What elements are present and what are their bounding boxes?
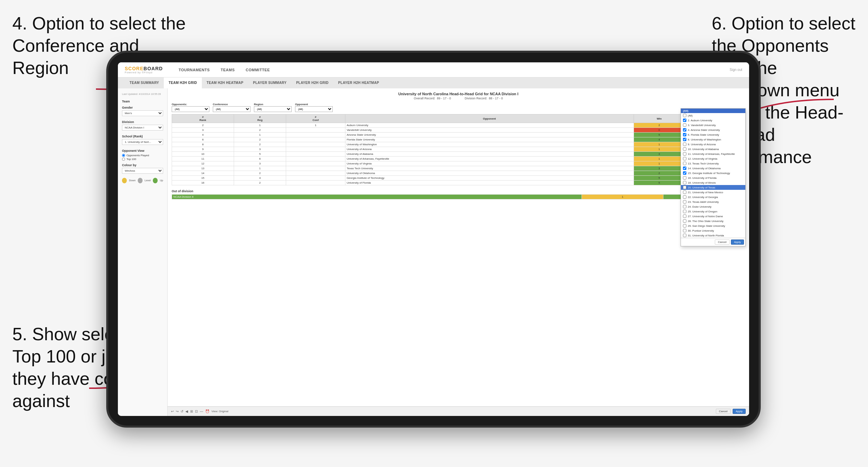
dropdown-item[interactable]: 2. Auburn University: [681, 118, 745, 123]
table-row: 8 2 University of Washington 1 0: [172, 142, 745, 147]
division-select[interactable]: NCAA Division I: [122, 125, 163, 131]
gender-select[interactable]: Men's: [122, 110, 163, 116]
dropdown-item[interactable]: 27. University of Notre Dame: [681, 214, 745, 219]
dash-icon[interactable]: —: [200, 409, 203, 413]
subtab-player-summary[interactable]: PLAYER SUMMARY: [248, 77, 291, 88]
dropdown-item[interactable]: 14. University of Oklahoma: [681, 166, 745, 171]
cell-team: University of Oklahoma: [345, 171, 634, 176]
radio-top100[interactable]: Top 100: [122, 158, 163, 161]
dropdown-item[interactable]: 16. University of Florida: [681, 175, 745, 180]
dropdown-item[interactable]: 28. The Ohio State University: [681, 219, 745, 223]
cell-win: 1: [634, 147, 685, 152]
toolbar-bottom: ↩ ↪ ↺ ◀ ⊞ ⊡ — ⏰ View: Original Cancel Ap…: [168, 406, 749, 416]
toolbar-apply-btn[interactable]: Apply: [733, 409, 746, 414]
cell-conf: [286, 152, 345, 157]
dropdown-item[interactable]: 30. Purdue University: [681, 228, 745, 233]
cell-reg: 2: [234, 181, 286, 185]
cell-reg: 1: [234, 123, 286, 128]
nav-committee[interactable]: COMMITTEE: [240, 62, 276, 77]
dropdown-item[interactable]: 3. Vanderbilt University: [681, 123, 745, 127]
table-row: 6 2 Florida State University 4 2: [172, 137, 745, 142]
grid-area: University of North Carolina Head-to-Hea…: [168, 88, 749, 416]
cell-division: NCAA Division II: [172, 195, 582, 199]
dropdown-cancel-btn[interactable]: Cancel: [715, 239, 730, 245]
out-table-row: NCAA Division II 1 0: [172, 195, 745, 199]
sidebar: Last Updated: 4/10/2014 16:55:39 Team Ge…: [118, 88, 168, 416]
opponent-dropdown[interactable]: (All) (All) 2. Auburn University 3. Vand…: [681, 108, 746, 246]
subtab-player-h2h-grid[interactable]: PLAYER H2H GRID: [291, 77, 333, 88]
table-row: 9 3 University of Arizona 1 0: [172, 147, 745, 152]
nav-teams[interactable]: TEAMS: [215, 62, 240, 77]
dropdown-apply-btn[interactable]: Apply: [731, 239, 744, 245]
dropdown-item[interactable]: 9. University of Arizona: [681, 142, 745, 147]
dropdown-item[interactable]: 20. University of Texas: [681, 185, 745, 190]
cell-conf: [286, 128, 345, 133]
cell-conf: [286, 161, 345, 166]
dropdown-item[interactable]: 22. University of Georgia: [681, 195, 745, 199]
nav-tournaments[interactable]: TOURNAMENTS: [173, 62, 215, 77]
dropdown-item[interactable]: 29. San Diego State University: [681, 223, 745, 228]
table-row: 15 4 Georgia Institute of Technology 5 1: [172, 176, 745, 181]
undo-icon[interactable]: ↩: [171, 409, 174, 413]
conference-filter: Conference (All): [213, 103, 250, 112]
col-conf: #Conf: [286, 114, 345, 123]
cell-conf: 1: [286, 123, 345, 128]
filter-row: Opponents: (All) Conference (All) Region: [172, 103, 745, 112]
opponents-select[interactable]: (All): [172, 106, 209, 112]
cell-win: 2: [634, 123, 685, 128]
redo-icon[interactable]: ↪: [176, 409, 179, 413]
dropdown-item[interactable]: 10. University of Alabama: [681, 147, 745, 151]
dropdown-item[interactable]: 4. Arizona State University: [681, 127, 745, 132]
signout-link[interactable]: Sign out: [730, 68, 742, 72]
dropdown-item[interactable]: 6. Florida State University: [681, 132, 745, 137]
opponent-select[interactable]: (All): [295, 106, 333, 112]
cell-conf: [286, 133, 345, 137]
school-select[interactable]: 1. University of Nort...: [122, 139, 163, 145]
cell-team: University of Florida: [345, 181, 634, 185]
cell-team: Florida State University: [345, 137, 634, 142]
region-select[interactable]: (All): [254, 106, 292, 112]
radio-opponents-played[interactable]: Opponents Played: [122, 154, 163, 157]
cell-rank: 6: [172, 137, 234, 142]
nav-left-icon[interactable]: ◀: [185, 409, 188, 413]
tablet-frame: SCOREBOARDPowered by ©Piloyd TOURNAMENTS…: [106, 51, 761, 428]
subtab-player-h2h-heatmap[interactable]: PLAYER H2H HEATMAP: [333, 77, 384, 88]
conference-select[interactable]: (All): [213, 106, 250, 112]
dropdown-item[interactable]: 21. University of New Mexico: [681, 190, 745, 195]
grid-title: University of North Carolina Head-to-Hea…: [172, 92, 745, 96]
cell-win: 5: [634, 176, 685, 181]
cell-conf: [286, 181, 345, 185]
cell-reg: 4: [234, 176, 286, 181]
dropdown-item[interactable]: 25. University of Oregon: [681, 209, 745, 214]
reset-icon[interactable]: ↺: [181, 409, 183, 413]
app-header: SCOREBOARDPowered by ©Piloyd TOURNAMENTS…: [118, 62, 749, 77]
dropdown-item[interactable]: 23. Texas A&M University: [681, 199, 745, 204]
clock-icon[interactable]: ⏰: [205, 409, 209, 413]
table-row: 14 2 University of Oklahoma 2 0: [172, 171, 745, 176]
colour-level: [138, 178, 143, 183]
table-row: 4 1 Arizona State University 5 1: [172, 133, 745, 137]
dropdown-header: (All): [681, 109, 745, 113]
cell-conf: [286, 157, 345, 161]
dropdown-item[interactable]: 24. Duke University: [681, 204, 745, 209]
fit-icon[interactable]: ⊡: [195, 409, 198, 413]
colour-by-select[interactable]: Win/loss: [122, 168, 163, 174]
cell-reg: 2: [234, 137, 286, 142]
dropdown-item[interactable]: 15. Georgia Institute of Technology: [681, 171, 745, 175]
dropdown-item[interactable]: 11. University of Arkansas, Fayetteville: [681, 151, 745, 156]
cell-conf: [286, 142, 345, 147]
copy-icon[interactable]: ⊞: [190, 409, 193, 413]
dropdown-item[interactable]: (All): [681, 113, 745, 118]
dropdown-item[interactable]: 12. University of Virginia: [681, 156, 745, 161]
subtab-h2h-heatmap[interactable]: TEAM H2H HEATMAP: [202, 77, 248, 88]
dropdown-item[interactable]: 13. Texas Tech University: [681, 161, 745, 166]
subtab-h2h-grid[interactable]: TEAM H2H GRID: [164, 77, 202, 88]
grid-records: Overall Record: 89 - 17 - 0 Division Rec…: [172, 97, 745, 100]
dropdown-item[interactable]: 31. University of North Florida: [681, 233, 745, 238]
dropdown-item[interactable]: 8. University of Washington: [681, 137, 745, 142]
colour-by-label: Colour by: [122, 163, 163, 167]
logo: SCOREBOARDPowered by ©Piloyd: [125, 66, 173, 74]
toolbar-cancel-btn[interactable]: Cancel: [716, 409, 731, 414]
dropdown-item[interactable]: 18. University of Illinois: [681, 180, 745, 185]
subtab-team-summary[interactable]: TEAM SUMMARY: [125, 77, 164, 88]
